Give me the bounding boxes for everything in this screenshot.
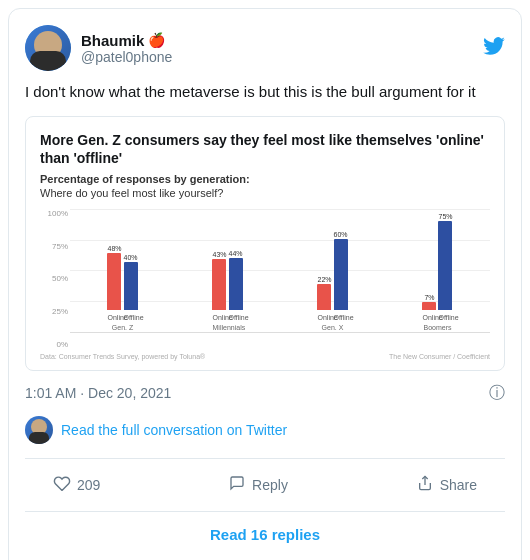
tweet-time: 1:01 AM · Dec 20, 2021 — [25, 385, 171, 401]
bar-boomers-online — [422, 302, 436, 310]
user-info: Bhaumik 🍎 @patel0phone — [81, 32, 172, 65]
avatar — [25, 25, 71, 71]
chart-title: More Gen. Z consumers say they feel most… — [40, 131, 490, 167]
bar-chart: 100% 75% 50% 25% 0% 48% — [40, 209, 490, 349]
read-replies-label: Read 16 replies — [210, 526, 320, 543]
small-avatar — [25, 416, 53, 444]
bar-group-millennials: 43% 44% Online Offline Millennials — [212, 250, 242, 332]
chart-area: 48% 40% Online Offline Gen. Z — [70, 209, 490, 333]
bar-boomers-offline — [438, 221, 452, 310]
tweet-card: Bhaumik 🍎 @patel0phone I don't know what… — [8, 8, 522, 560]
bar-group-boomers: 7% 75% Online Offline Boomers — [422, 213, 452, 332]
bar-genz-offline — [124, 262, 138, 310]
reply-label: Reply — [252, 477, 288, 493]
bar-millennials-online — [212, 259, 226, 310]
share-label: Share — [440, 477, 477, 493]
heart-icon — [53, 475, 71, 495]
bar-group-genz: 48% 40% Online Offline Gen. Z — [107, 245, 137, 332]
display-name: Bhaumik 🍎 — [81, 32, 172, 49]
chart-footer-right: The New Consumer / Coefficient — [389, 353, 490, 360]
apple-emoji: 🍎 — [148, 32, 165, 48]
bar-genx-offline — [334, 239, 348, 310]
tweet-text: I don't know what the metaverse is but t… — [25, 81, 505, 104]
share-icon — [416, 475, 434, 495]
chart-footer-left: Data: Consumer Trends Survey, powered by… — [40, 353, 205, 360]
divider-1 — [25, 458, 505, 459]
chart-subtitle: Percentage of responses by generation: — [40, 173, 490, 185]
full-conversation-link[interactable]: Read the full conversation on Twitter — [25, 416, 505, 444]
actions-row: 209 Reply Share — [25, 471, 505, 499]
reply-button[interactable]: Reply — [220, 471, 296, 499]
bar-group-genx: 22% 60% Online Offline Gen. X — [317, 231, 347, 332]
bar-genz-online — [107, 253, 121, 310]
chart-container: More Gen. Z consumers say they feel most… — [25, 116, 505, 371]
share-button[interactable]: Share — [408, 471, 485, 499]
like-count: 209 — [77, 477, 100, 493]
tweet-header: Bhaumik 🍎 @patel0phone — [25, 25, 505, 71]
like-button[interactable]: 209 — [45, 471, 108, 499]
info-icon[interactable]: ⓘ — [489, 383, 505, 404]
bar-genx-online — [317, 284, 331, 310]
twitter-bird-icon — [483, 35, 505, 61]
y-axis-labels: 100% 75% 50% 25% 0% — [40, 209, 70, 349]
chart-footer: Data: Consumer Trends Survey, powered by… — [40, 353, 490, 360]
bar-millennials-offline — [229, 258, 243, 310]
username: @patel0phone — [81, 49, 172, 65]
comment-icon — [228, 475, 246, 495]
read-replies-button[interactable]: Read 16 replies — [25, 512, 505, 557]
chart-subtitle2: Where do you feel most like yourself? — [40, 187, 490, 199]
full-conversation-text: Read the full conversation on Twitter — [61, 422, 287, 438]
tweet-meta: 1:01 AM · Dec 20, 2021 ⓘ — [25, 383, 505, 404]
tweet-header-left: Bhaumik 🍎 @patel0phone — [25, 25, 172, 71]
